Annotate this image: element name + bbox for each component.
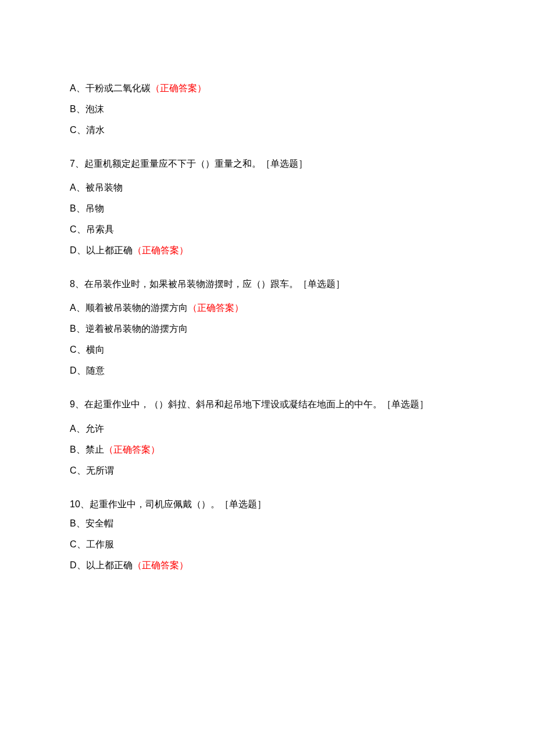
question-type: ［单选题］: [220, 499, 266, 509]
option-letter: B、: [70, 203, 85, 213]
question-number: 8、: [70, 279, 84, 289]
option-9b: B、禁止（正确答案）: [70, 443, 465, 457]
option-10d: D、以上都正确（正确答案）: [70, 558, 465, 572]
option-text: 禁止: [85, 445, 104, 454]
option-9a: A、允许: [70, 422, 465, 436]
option-text: 逆着被吊装物的游摆方向: [85, 324, 188, 334]
question-type: ［单选题］: [261, 159, 308, 169]
question-body: 起重作业中，司机应佩戴（）。: [90, 499, 220, 509]
option-letter: C、: [70, 125, 86, 135]
question-body: 在吊装作业时，如果被吊装物游摆时，应（）跟车。: [84, 279, 298, 289]
question-number: 9、: [70, 399, 84, 409]
question-number: 10、: [70, 499, 90, 509]
option-text: 安全帽: [85, 518, 113, 528]
option-6b: B、泡沫: [70, 102, 465, 116]
option-7a: A、被吊装物: [70, 181, 465, 195]
question-7: 7、起重机额定起重量应不下于（）重量之和。［单选题］ A、被吊装物 B、吊物 C…: [70, 153, 465, 257]
option-text: 允许: [85, 424, 104, 433]
option-8a: A、顺着被吊装物的游摆方向（正确答案）: [70, 301, 465, 315]
option-text: 以上都正确: [86, 560, 133, 570]
option-letter: C、: [70, 539, 86, 549]
question-text: 7、起重机额定起重量应不下于（）重量之和。［单选题］: [70, 153, 465, 174]
option-text: 泡沫: [85, 104, 104, 114]
option-text: 以上都正确: [86, 245, 133, 255]
option-10c: C、工作服: [70, 538, 465, 551]
question-number: 7、: [70, 159, 84, 169]
option-text: 横向: [86, 345, 105, 354]
option-letter: B、: [70, 104, 85, 114]
option-6c: C、清水: [70, 123, 465, 137]
question-8: 8、在吊装作业时，如果被吊装物游摆时，应（）跟车。［单选题］ A、顺着被吊装物的…: [70, 274, 465, 378]
option-letter: A、: [70, 424, 85, 433]
question-body: 起重机额定起重量应不下于（）重量之和。: [84, 159, 261, 169]
option-letter: B、: [70, 518, 85, 528]
option-text: 干粉或二氧化碳: [85, 83, 151, 93]
option-8d: D、随意: [70, 364, 465, 378]
correct-answer-label: （正确答案）: [133, 560, 188, 570]
option-7c: C、吊索具: [70, 223, 465, 237]
correct-answer-label: （正确答案）: [133, 245, 188, 255]
option-text: 被吊装物: [85, 182, 123, 192]
option-text: 清水: [86, 125, 105, 135]
question-text: 8、在吊装作业时，如果被吊装物游摆时，应（）跟车。［单选题］: [70, 274, 465, 294]
option-7d: D、以上都正确（正确答案）: [70, 243, 465, 257]
option-text: 吊物: [85, 203, 104, 213]
option-text: 无所谓: [86, 465, 114, 475]
option-6a: A、干粉或二氧化碳（正确答案）: [70, 81, 465, 95]
option-letter: C、: [70, 224, 86, 234]
option-8b: B、逆着被吊装物的游摆方向: [70, 322, 465, 336]
option-letter: C、: [70, 465, 86, 475]
option-letter: B、: [70, 324, 85, 334]
question-10: 10、起重作业中，司机应佩戴（）。［单选题］ B、安全帽 C、工作服 D、以上都…: [70, 494, 465, 572]
question-type: ［单选题］: [298, 279, 345, 289]
option-text: 随意: [86, 366, 105, 375]
option-letter: D、: [70, 245, 86, 255]
option-letter: C、: [70, 345, 86, 354]
option-9c: C、无所谓: [70, 464, 465, 478]
question-text: 10、起重作业中，司机应佩戴（）。［单选题］: [70, 494, 465, 514]
option-letter: A、: [70, 182, 85, 192]
option-letter: D、: [70, 560, 86, 570]
option-text: 工作服: [86, 539, 114, 549]
correct-answer-label: （正确答案）: [188, 303, 244, 313]
option-letter: A、: [70, 83, 85, 93]
question-text: 9、在起重作业中，（）斜拉、斜吊和起吊地下埋设或凝结在地面上的中午。［单选题］: [70, 394, 465, 414]
option-7b: B、吊物: [70, 202, 465, 216]
option-8c: C、横向: [70, 343, 465, 357]
option-letter: A、: [70, 303, 85, 313]
correct-answer-label: （正确答案）: [151, 83, 206, 93]
option-text: 吊索具: [86, 224, 114, 234]
option-letter: D、: [70, 366, 86, 375]
question-9: 9、在起重作业中，（）斜拉、斜吊和起吊地下埋设或凝结在地面上的中午。［单选题］ …: [70, 394, 465, 477]
option-10b: B、安全帽: [70, 517, 465, 531]
correct-answer-label: （正确答案）: [104, 445, 160, 454]
option-text: 顺着被吊装物的游摆方向: [85, 303, 188, 313]
question-body: 在起重作业中，（）斜拉、斜吊和起吊地下埋设或凝结在地面上的中午。［单选题］: [84, 399, 429, 409]
question-6-options: A、干粉或二氧化碳（正确答案） B、泡沫 C、清水: [70, 81, 465, 137]
option-letter: B、: [70, 445, 85, 454]
